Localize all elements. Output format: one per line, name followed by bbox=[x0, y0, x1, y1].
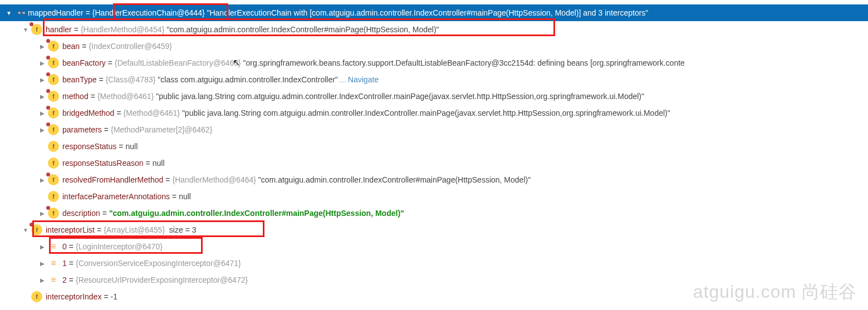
var-type: {HandlerMethod@6454} bbox=[81, 25, 164, 34]
var-type: {DefaultListableBeanFactory@6460} bbox=[115, 58, 241, 67]
var-interceptor-1-row[interactable]: ▶ ≡ 1 = {ConversionServiceExposingInterc… bbox=[0, 255, 868, 272]
var-name: 2 bbox=[62, 275, 67, 284]
var-type: {MethodParameter[2]@6462} bbox=[111, 125, 212, 134]
var-type: {LoginInterceptor@6470} bbox=[76, 242, 163, 251]
var-value: null bbox=[153, 159, 165, 168]
expand-arrow-icon[interactable]: ▼ bbox=[20, 27, 31, 33]
debug-variables-panel: ▼ 👓 mappedHandler = {HandlerExecutionCha… bbox=[0, 0, 868, 305]
var-name: parameters bbox=[62, 125, 102, 134]
var-name: 0 bbox=[62, 242, 67, 251]
field-icon: f bbox=[48, 107, 59, 119]
expand-arrow-icon[interactable]: ▶ bbox=[37, 77, 48, 83]
var-name: handler bbox=[46, 25, 72, 34]
var-name: beanFactory bbox=[62, 58, 106, 67]
expand-arrow-icon[interactable]: ▶ bbox=[37, 260, 48, 267]
var-name: mappedHandler bbox=[28, 8, 84, 17]
var-value: "public java.lang.String com.atguigu.adm… bbox=[180, 109, 670, 117]
var-value: -1 bbox=[111, 292, 117, 301]
var-parameters-row[interactable]: ▶ f parameters = {MethodParameter[2]@646… bbox=[0, 121, 868, 138]
var-type: {ArrayList@6455} bbox=[104, 225, 165, 234]
glasses-icon: 👓 bbox=[14, 8, 28, 17]
var-name: interfaceParameterAnnotations bbox=[62, 192, 170, 201]
var-name: method bbox=[62, 92, 89, 101]
navigate-link[interactable]: Navigate bbox=[348, 75, 379, 84]
var-resolvedFromHandlerMethod-row[interactable]: ▶ f resolvedFromHandlerMethod = {Handler… bbox=[0, 171, 868, 188]
field-icon: f bbox=[48, 158, 59, 169]
var-handler-row[interactable]: ▼ f handler = {HandlerMethod@6454} "com.… bbox=[0, 21, 868, 38]
expand-arrow-icon[interactable]: ▶ bbox=[37, 244, 48, 250]
var-name: interceptorList bbox=[46, 225, 95, 234]
expand-arrow-icon[interactable]: ▶ bbox=[37, 177, 48, 183]
var-type: {Method@6461} bbox=[97, 92, 154, 101]
watermark-text: atguigu.com 尚硅谷 bbox=[693, 280, 857, 304]
var-type: {HandlerMethod@6464} bbox=[173, 175, 256, 184]
var-value: "public java.lang.String com.atguigu.adm… bbox=[154, 92, 644, 101]
expand-arrow-icon[interactable]: ▼ bbox=[3, 10, 14, 16]
expand-arrow-icon[interactable]: ▶ bbox=[37, 127, 48, 133]
var-beanType-row[interactable]: ▶ f beanType = {Class@4783} "class com.a… bbox=[0, 71, 868, 88]
field-icon: f bbox=[48, 174, 59, 185]
var-name: responseStatusReason bbox=[62, 159, 144, 168]
var-interceptorList-row[interactable]: ▼ f interceptorList = {ArrayList@6455} s… bbox=[0, 222, 868, 238]
field-icon: f bbox=[48, 41, 59, 52]
field-icon: f bbox=[48, 91, 59, 102]
var-name: beanType bbox=[62, 75, 97, 84]
var-method-row[interactable]: ▶ f method = {Method@6461} "public java.… bbox=[0, 88, 868, 105]
var-value: null bbox=[179, 192, 191, 201]
var-type: {IndexController@6459} bbox=[89, 42, 172, 51]
expand-arrow-icon[interactable]: ▶ bbox=[37, 210, 48, 216]
var-name: bridgedMethod bbox=[62, 109, 114, 117]
field-icon: f bbox=[48, 141, 59, 152]
var-name: bean bbox=[62, 42, 80, 51]
var-value: "HandlerExecutionChain with [com.atguigu… bbox=[205, 8, 649, 17]
var-value: "class com.atguigu.admin.controller.Inde… bbox=[155, 75, 337, 84]
var-responseStatusReason-row[interactable]: f responseStatusReason = null bbox=[0, 155, 868, 171]
var-type: {HandlerExecutionChain@6444} bbox=[92, 8, 205, 17]
var-type: {Method@6461} bbox=[124, 109, 180, 117]
field-icon: f bbox=[31, 24, 42, 35]
var-name: interceptorIndex bbox=[46, 292, 101, 301]
field-icon: f bbox=[31, 291, 42, 302]
field-icon: f bbox=[48, 74, 59, 85]
field-icon: f bbox=[48, 191, 59, 202]
var-type: {ResourceUrlProviderExposingInterceptor@… bbox=[76, 275, 248, 284]
var-mappedHandler-row[interactable]: ▼ 👓 mappedHandler = {HandlerExecutionCha… bbox=[0, 4, 868, 21]
var-value: "com.atguigu.admin.controller.IndexContr… bbox=[164, 25, 439, 34]
expand-arrow-icon[interactable]: ▶ bbox=[37, 277, 48, 283]
var-name: resolvedFromHandlerMethod bbox=[62, 175, 163, 184]
expand-arrow-icon[interactable]: ▶ bbox=[37, 60, 48, 66]
var-size: size = 3 bbox=[165, 225, 196, 234]
var-value: "com.atguigu.admin.controller.IndexContr… bbox=[256, 175, 531, 184]
list-item-icon: ≡ bbox=[48, 274, 59, 286]
expand-arrow-icon[interactable]: ▶ bbox=[37, 94, 48, 100]
var-description-row[interactable]: ▶ f description = "com.atguigu.admin.con… bbox=[0, 205, 868, 222]
var-name: description bbox=[62, 209, 100, 218]
field-icon: f bbox=[48, 124, 59, 135]
var-name: 1 bbox=[62, 259, 67, 268]
list-item-icon: ≡ bbox=[48, 241, 59, 252]
var-value: "com.atguigu.admin.controller.IndexContr… bbox=[109, 209, 404, 218]
field-icon: f bbox=[31, 224, 42, 235]
field-icon: f bbox=[48, 57, 59, 68]
var-bridgedMethod-row[interactable]: ▶ f bridgedMethod = {Method@6461} "publi… bbox=[0, 105, 868, 121]
expand-arrow-icon[interactable]: ▼ bbox=[20, 227, 31, 233]
var-type: {ConversionServiceExposingInterceptor@64… bbox=[76, 259, 241, 268]
var-value: "org.springframework.beans.factory.suppo… bbox=[241, 58, 685, 67]
var-interceptor-0-row[interactable]: ▶ ≡ 0 = {LoginInterceptor@6470} bbox=[0, 238, 868, 255]
field-icon: f bbox=[48, 208, 59, 219]
var-type: {Class@4783} bbox=[106, 75, 156, 84]
var-name: responseStatus bbox=[62, 142, 116, 151]
var-responseStatus-row[interactable]: f responseStatus = null bbox=[0, 138, 868, 155]
var-interfaceParameterAnnotations-row[interactable]: f interfaceParameterAnnotations = null bbox=[0, 188, 868, 205]
var-value: null bbox=[125, 142, 138, 151]
list-item-icon: ≡ bbox=[48, 258, 59, 269]
var-bean-row[interactable]: ▶ f bean = {IndexController@6459} bbox=[0, 38, 868, 55]
var-beanFactory-row[interactable]: ▶ f beanFactory = {DefaultListableBeanFa… bbox=[0, 55, 868, 71]
expand-arrow-icon[interactable]: ▶ bbox=[37, 110, 48, 116]
expand-arrow-icon[interactable]: ▶ bbox=[37, 43, 48, 50]
